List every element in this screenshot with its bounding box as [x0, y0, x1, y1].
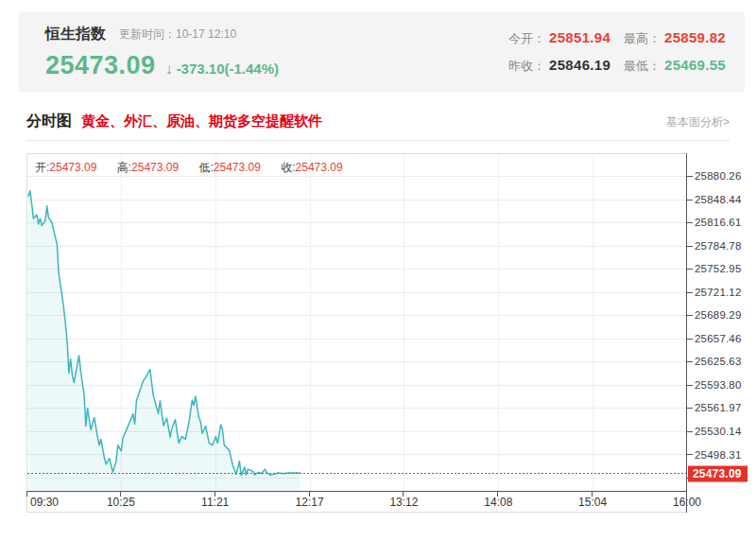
stats-row-1: 今开： 25851.94 最高： 25859.82	[495, 29, 726, 48]
current-price: 25473.09	[45, 51, 156, 80]
high-value: 25859.82	[664, 29, 726, 45]
ohlc-low-value: 25473.09	[214, 161, 261, 174]
y-axis-label: 25689.29	[695, 309, 742, 321]
y-axis-label: 25498.31	[695, 449, 742, 461]
x-axis-label: 09:30	[30, 496, 59, 509]
y-axis-label: 25593.80	[695, 379, 742, 391]
x-axis-label: 15:04	[578, 496, 607, 509]
fundamental-analysis-link[interactable]: 基本面分析>	[666, 114, 730, 131]
open-label: 今开：	[508, 30, 545, 47]
update-time-label: 更新时间：	[119, 27, 176, 41]
x-axis-label: 13:12	[389, 496, 418, 509]
section-bar: 分时图 黄金、外汇、原油、期货多空提醒软件 基本面分析>	[26, 112, 730, 131]
intraday-line-chart	[26, 153, 756, 514]
x-axis-label: 11:21	[201, 496, 229, 509]
y-axis-label: 25561.97	[695, 402, 742, 413]
ohlc-close-label: 收:	[281, 161, 295, 174]
ohlc-low-label: 低:	[199, 161, 214, 174]
section-divider	[26, 140, 730, 141]
update-time: 更新时间：10-17 12:10	[119, 26, 236, 43]
price-change: -373.10(-1.44%)	[177, 61, 279, 77]
ohlc-open-value: 25473.09	[49, 161, 96, 174]
low-label: 最低：	[624, 58, 661, 75]
y-axis-label: 25880.26	[695, 170, 742, 182]
update-time-value: 10-17 12:10	[176, 27, 236, 41]
prev-close-value: 25846.19	[549, 57, 610, 73]
y-axis-label: 25784.78	[695, 240, 742, 252]
ohlc-legend: 开:25473.09 高:25473.09 低:25473.09 收:25473…	[35, 160, 360, 176]
down-arrow-icon: ↓	[165, 61, 173, 78]
x-axis-label: 12:17	[296, 496, 324, 509]
y-axis-label: 25657.46	[695, 333, 742, 344]
current-price-badge: 25473.09	[688, 465, 747, 481]
open-value: 25851.94	[549, 29, 610, 45]
y-axis-label: 25530.14	[695, 426, 742, 437]
index-name: 恒生指数	[45, 25, 106, 44]
y-axis-label: 25816.61	[695, 217, 742, 228]
y-axis-label: 25721.12	[695, 287, 742, 298]
section-title: 分时图	[26, 112, 72, 131]
y-axis-label: 25848.44	[695, 194, 742, 205]
y-axis-label: 25752.95	[695, 263, 742, 274]
y-axis-label: 25625.63	[695, 356, 742, 367]
prev-close-label: 昨收：	[508, 58, 545, 75]
x-axis-label: 10:25	[107, 496, 135, 509]
low-value: 25469.55	[664, 57, 726, 73]
intraday-chart-panel: 开:25473.09 高:25473.09 低:25473.09 收:25473…	[26, 153, 756, 527]
ohlc-close-value: 25473.09	[296, 161, 343, 174]
high-label: 最高：	[624, 30, 661, 47]
stats-row-2: 昨收： 25846.19 最低： 25469.55	[495, 57, 726, 76]
promo-link[interactable]: 黄金、外汇、原油、期货多空提醒软件	[81, 113, 322, 131]
ohlc-high-label: 高:	[117, 161, 131, 174]
ohlc-high-value: 25473.09	[131, 161, 179, 174]
index-summary-card: 恒生指数 更新时间：10-17 12:10 25473.09 ↓ -373.10…	[19, 12, 745, 92]
x-axis-label: 16:00	[673, 496, 701, 509]
x-axis-label: 14:08	[484, 496, 512, 509]
ohlc-open-label: 开:	[35, 161, 49, 174]
